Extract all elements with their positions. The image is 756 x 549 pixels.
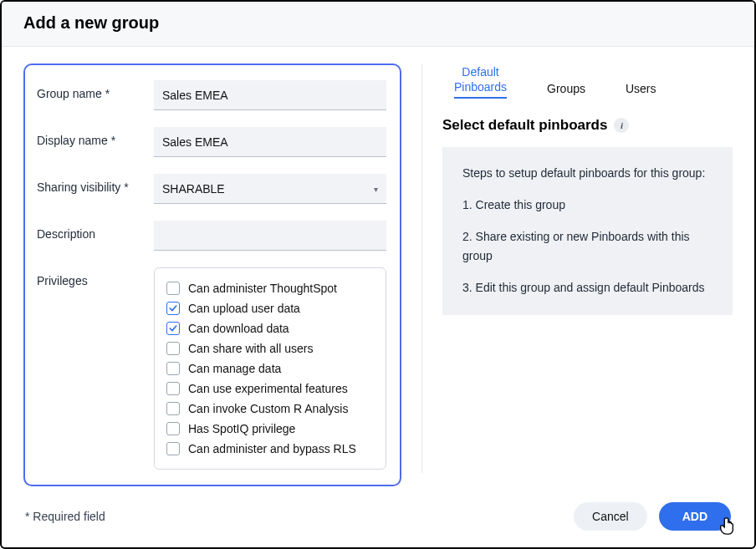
privilege-item: Can upload user data — [166, 298, 374, 318]
display-name-row: Display name * — [37, 127, 386, 157]
sharing-label: Sharing visibility * — [37, 174, 154, 194]
sharing-select[interactable] — [154, 174, 386, 204]
privilege-item: Has SpotIQ privilege — [166, 419, 374, 439]
privileges-row: Privileges Can administer ThoughtSpotCan… — [37, 267, 386, 470]
privilege-item: Can download data — [166, 318, 374, 338]
privilege-checkbox[interactable] — [166, 422, 180, 435]
tab[interactable]: Groups — [547, 82, 585, 99]
display-name-input[interactable] — [154, 127, 386, 157]
pinboards-panel: Default PinboardsGroupsUsers Select defa… — [442, 64, 733, 491]
display-name-label: Display name * — [37, 127, 154, 147]
privilege-item: Can administer ThoughtSpot — [166, 278, 374, 298]
description-row: Description — [37, 221, 386, 251]
privilege-label: Can administer and bypass RLS — [188, 442, 356, 455]
privileges-label: Privileges — [37, 267, 154, 287]
group-name-label: Group name * — [37, 80, 154, 100]
privilege-checkbox[interactable] — [166, 402, 180, 415]
privilege-checkbox[interactable] — [166, 382, 180, 395]
description-label: Description — [37, 221, 154, 241]
dialog-header: Add a new group — [2, 2, 754, 47]
privilege-label: Can invoke Custom R Analysis — [188, 402, 348, 415]
cancel-button[interactable]: Cancel — [574, 502, 647, 531]
privilege-label: Can share with all users — [188, 342, 313, 355]
group-name-input[interactable] — [154, 80, 386, 110]
info-step-2: 2. Share existing or new Pinboards with … — [462, 227, 713, 267]
sharing-row: Sharing visibility * ▾ — [37, 174, 386, 204]
dialog-footer: * Required field Cancel ADD — [2, 491, 754, 547]
privilege-label: Can administer ThoughtSpot — [188, 282, 337, 295]
privilege-label: Can use experimental features — [188, 382, 348, 395]
info-heading: Steps to setup default pinboards for thi… — [462, 164, 713, 184]
dialog-body: Group name * Display name * Sharing visi… — [2, 47, 754, 491]
privileges-box: Can administer ThoughtSpotCan upload use… — [154, 267, 386, 470]
info-step-3: 3. Edit this group and assign default Pi… — [462, 278, 713, 298]
privilege-item: Can use experimental features — [166, 379, 374, 399]
add-group-dialog: Add a new group Group name * Display nam… — [0, 0, 756, 549]
required-note: * Required field — [25, 510, 105, 523]
privilege-checkbox[interactable] — [166, 302, 180, 315]
description-input[interactable] — [154, 221, 386, 251]
add-button[interactable]: ADD — [659, 502, 731, 531]
tab[interactable]: Default Pinboards — [454, 65, 507, 99]
tab[interactable]: Users — [626, 82, 656, 99]
dialog-title: Add a new group — [23, 13, 733, 33]
privilege-checkbox[interactable] — [166, 322, 180, 335]
group-name-row: Group name * — [37, 80, 386, 110]
section-title: Select default pinboards — [442, 117, 607, 134]
privilege-checkbox[interactable] — [166, 442, 180, 455]
privilege-checkbox[interactable] — [166, 342, 180, 355]
info-icon[interactable]: i — [614, 118, 629, 133]
vertical-divider — [421, 64, 422, 473]
privilege-item: Can invoke Custom R Analysis — [166, 399, 374, 419]
section-title-row: Select default pinboards i — [442, 117, 733, 134]
privilege-item: Can administer and bypass RLS — [166, 439, 374, 459]
privilege-item: Can share with all users — [166, 338, 374, 358]
privilege-label: Has SpotIQ privilege — [188, 422, 295, 435]
info-step-1: 1. Create this group — [462, 196, 713, 216]
privilege-checkbox[interactable] — [166, 282, 180, 295]
tabs: Default PinboardsGroupsUsers — [442, 65, 733, 99]
form-panel: Group name * Display name * Sharing visi… — [23, 64, 401, 491]
privilege-checkbox[interactable] — [166, 362, 180, 375]
form-box: Group name * Display name * Sharing visi… — [23, 64, 401, 486]
privilege-item: Can manage data — [166, 358, 374, 379]
cursor-pointer-icon — [718, 517, 736, 536]
privilege-label: Can manage data — [188, 362, 281, 375]
info-box: Steps to setup default pinboards for thi… — [442, 147, 733, 315]
privilege-label: Can download data — [188, 322, 289, 335]
privilege-label: Can upload user data — [188, 302, 300, 315]
add-button-label: ADD — [682, 510, 707, 523]
